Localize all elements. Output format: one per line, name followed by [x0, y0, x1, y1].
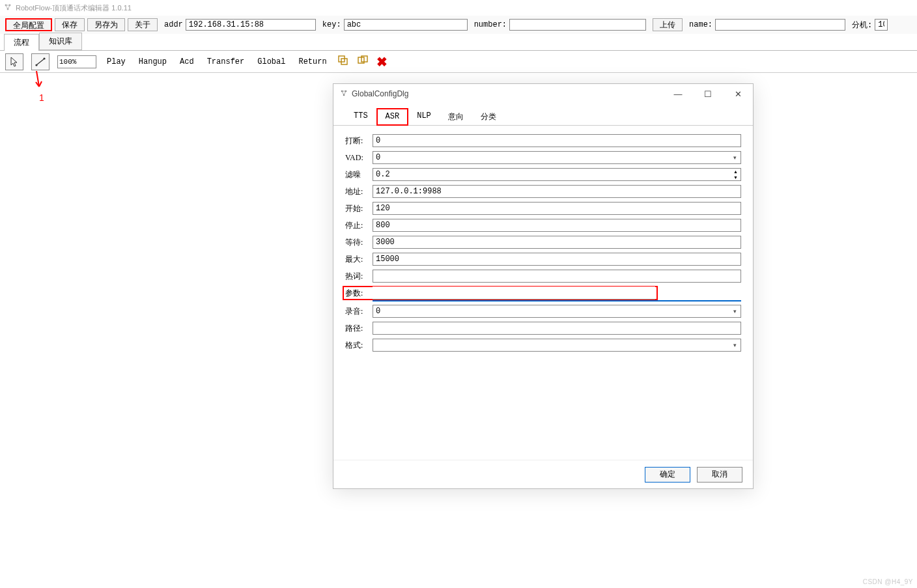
label-record: 录音:: [345, 306, 373, 317]
row-format: 格式: ▾: [345, 338, 741, 352]
app-icon: [4, 3, 12, 12]
transfer-action[interactable]: Transfer: [205, 57, 247, 66]
row-denoise: 滤噪 ▲▼: [345, 167, 741, 182]
input-param[interactable]: [373, 287, 655, 300]
label-start: 开始:: [345, 203, 373, 214]
tab-nlp[interactable]: NLP: [408, 108, 440, 126]
row-max: 最大:: [345, 252, 741, 266]
name-input[interactable]: [715, 19, 845, 31]
tab-class[interactable]: 分类: [472, 108, 505, 126]
addr-label: addr: [164, 20, 183, 29]
main-toolbar: 全局配置 保存 另存为 关于 addr key: number: 上传 name…: [0, 16, 917, 34]
return-action[interactable]: Return: [296, 57, 329, 66]
watermark: CSDN @H4_9Y: [863, 578, 913, 585]
dialog-footer: 确定 取消: [333, 460, 753, 488]
input-record[interactable]: [373, 305, 741, 318]
hangup-action[interactable]: Hangup: [136, 57, 169, 66]
ext-label: 分机:: [852, 20, 872, 31]
connector-tool-button[interactable]: [31, 53, 49, 70]
input-wait[interactable]: [373, 236, 741, 249]
key-input[interactable]: [344, 19, 468, 31]
input-vad[interactable]: [373, 151, 741, 164]
dialog-title-bar[interactable]: GlobalConfigDlg — ☐ ✕: [333, 84, 753, 104]
tab-flow[interactable]: 流程: [4, 34, 39, 51]
flow-tool-row: Play Hangup Acd Transfer Global Return ✖: [0, 51, 917, 73]
pointer-tool-button[interactable]: [5, 53, 23, 70]
addr-input[interactable]: [186, 19, 316, 31]
input-interrupt[interactable]: [373, 134, 741, 147]
row-stop: 停止:: [345, 218, 741, 232]
minimize-button[interactable]: —: [663, 84, 693, 104]
window-title: RobotFlow-顶顶通话术编辑器 1.0.11: [16, 3, 132, 13]
title-bar: RobotFlow-顶顶通话术编辑器 1.0.11: [0, 0, 917, 16]
key-label: key:: [322, 20, 341, 29]
row-vad: VAD: ▾: [345, 150, 741, 165]
row-interrupt: 打断:: [345, 133, 741, 148]
label-stop: 停止:: [345, 220, 373, 231]
save-as-button[interactable]: 另存为: [87, 18, 125, 31]
label-format: 格式:: [345, 340, 373, 351]
annotation-label-1: 1: [39, 92, 44, 103]
label-param: 参数:: [345, 288, 373, 299]
zoom-select[interactable]: [57, 55, 96, 68]
row-param: 参数:: [343, 286, 658, 300]
maximize-button[interactable]: ☐: [693, 84, 723, 104]
main-tab-row: 流程 知识库: [0, 34, 917, 51]
row-start: 开始:: [345, 201, 741, 216]
label-max: 最大:: [345, 254, 373, 265]
label-path: 路径:: [345, 323, 373, 334]
label-denoise: 滤噪: [345, 169, 373, 180]
input-start[interactable]: [373, 202, 741, 215]
input-path[interactable]: [373, 322, 741, 335]
input-format[interactable]: [373, 339, 741, 352]
label-vad: VAD:: [345, 153, 373, 163]
label-address: 地址:: [345, 186, 373, 197]
save-button[interactable]: 保存: [55, 18, 85, 31]
delete-icon[interactable]: ✖: [376, 54, 388, 70]
number-input[interactable]: [509, 19, 646, 31]
label-hotword: 热词:: [345, 271, 373, 282]
name-label: name:: [689, 20, 712, 29]
upload-button[interactable]: 上传: [653, 18, 683, 31]
play-action[interactable]: Play: [104, 57, 128, 66]
label-wait: 等待:: [345, 237, 373, 248]
row-wait: 等待:: [345, 235, 741, 249]
tab-asr[interactable]: ASR: [376, 108, 409, 126]
duplicate-icon[interactable]: [357, 55, 369, 68]
dialog-tabs: TTS ASR NLP 意向 分类: [333, 104, 753, 126]
denoise-spinner[interactable]: ▲▼: [731, 168, 741, 181]
dialog-icon: [340, 89, 348, 99]
close-button[interactable]: ✕: [723, 84, 753, 104]
dialog-title: GlobalConfigDlg: [352, 89, 408, 98]
dialog-body: 打断: VAD: ▾ 滤噪 ▲▼ 地址: 开始: 停止: 等待:: [333, 126, 753, 460]
ext-input[interactable]: [875, 19, 888, 31]
global-config-button[interactable]: 全局配置: [5, 18, 52, 31]
row-hotword: 热词:: [345, 269, 741, 283]
row-address: 地址:: [345, 184, 741, 199]
copy-icon[interactable]: [337, 55, 349, 68]
input-address[interactable]: [373, 185, 741, 198]
tab-kb[interactable]: 知识库: [39, 33, 82, 50]
window-controls: — ☐ ✕: [663, 84, 753, 104]
tab-tts[interactable]: TTS: [345, 108, 376, 126]
label-interrupt: 打断:: [345, 135, 373, 147]
input-hotword[interactable]: [373, 270, 741, 283]
row-path: 路径:: [345, 321, 741, 335]
ok-button[interactable]: 确定: [645, 467, 690, 483]
input-denoise[interactable]: [373, 168, 731, 181]
number-label: number:: [474, 20, 507, 29]
global-config-dialog: GlobalConfigDlg — ☐ ✕ TTS ASR NLP 意向 分类 …: [333, 83, 754, 489]
input-max[interactable]: [373, 253, 741, 266]
acd-action[interactable]: Acd: [177, 57, 197, 66]
svg-line-5: [37, 59, 44, 64]
input-stop[interactable]: [373, 219, 741, 232]
row-record: 录音: ▾: [345, 304, 741, 318]
cancel-button[interactable]: 取消: [697, 467, 742, 483]
tab-intent[interactable]: 意向: [440, 108, 472, 126]
about-button[interactable]: 关于: [128, 18, 158, 31]
global-action[interactable]: Global: [255, 57, 288, 66]
